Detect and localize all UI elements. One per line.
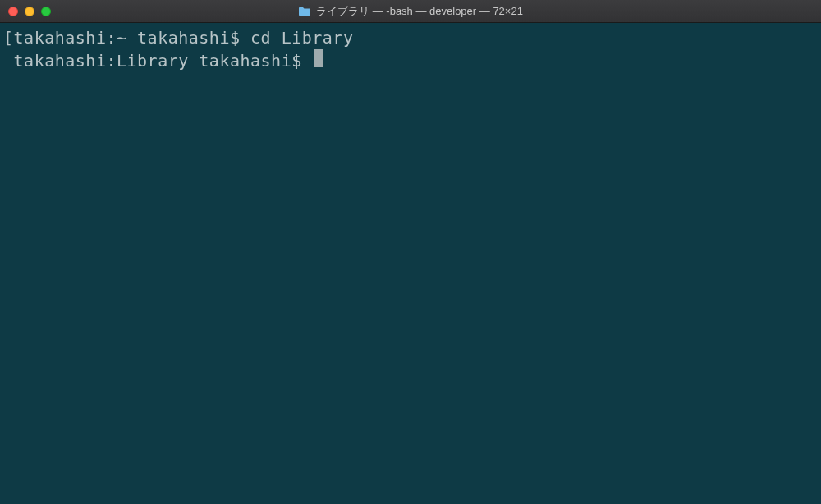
prompt-path: Library	[117, 49, 189, 72]
prompt-sep: :	[106, 26, 117, 49]
terminal-line: [takahashi:~ takahashi$ cd Library	[3, 26, 818, 49]
prompt-sep: :	[106, 49, 117, 72]
prompt-path: ~	[117, 26, 127, 49]
prompt-host: takahashi	[14, 26, 107, 49]
prompt-user: takahashi	[137, 26, 230, 49]
prompt-space	[127, 26, 138, 49]
prompt-user: takahashi	[199, 49, 291, 72]
cursor	[314, 49, 323, 67]
prompt-bracket	[3, 49, 14, 72]
folder-icon	[298, 7, 311, 16]
prompt-bracket: [	[3, 26, 14, 49]
window-title-bar: ライブラリ — -bash — developer — 72×21	[0, 0, 821, 23]
window-title-text: ライブラリ — -bash — developer — 72×21	[316, 4, 523, 19]
prompt-space	[189, 49, 200, 72]
close-button[interactable]	[8, 7, 18, 16]
window-title: ライブラリ — -bash — developer — 72×21	[298, 4, 523, 19]
prompt-host: takahashi	[14, 49, 107, 72]
terminal-content[interactable]: [takahashi:~ takahashi$ cd Library takah…	[0, 23, 821, 76]
minimize-button[interactable]	[25, 7, 34, 16]
prompt-dollar: $	[291, 49, 312, 72]
maximize-button[interactable]	[41, 7, 51, 16]
command-text: cd Library	[250, 26, 353, 49]
prompt-dollar: $	[230, 26, 250, 49]
traffic-lights	[0, 7, 51, 16]
terminal-line: takahashi:Library takahashi$	[3, 49, 818, 72]
